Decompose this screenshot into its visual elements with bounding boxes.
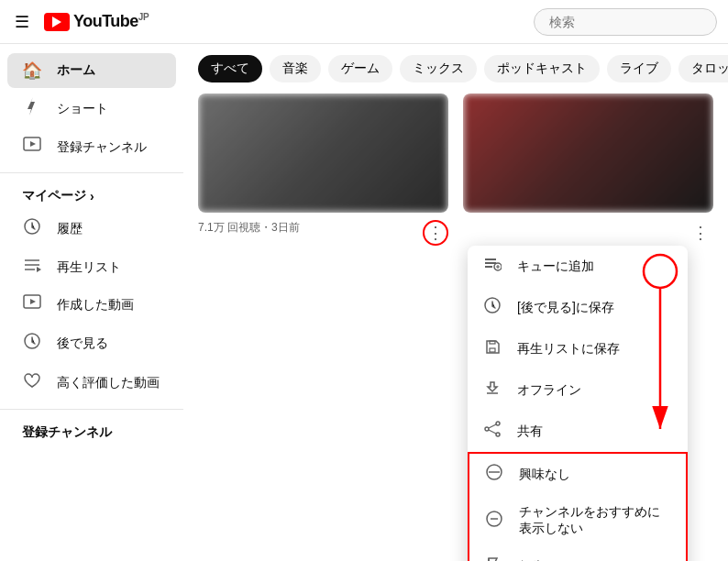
youtube-icon [44, 13, 70, 31]
svg-marker-1 [30, 141, 36, 147]
watch-later-icon [482, 296, 502, 319]
not-interested-icon [484, 463, 504, 486]
queue-icon [482, 255, 502, 278]
my-page-arrow: › [90, 189, 94, 204]
three-dot-button-2[interactable]: ⋮ [688, 220, 713, 246]
my-page-section-title[interactable]: マイページ › [0, 181, 183, 208]
menu-item-save-playlist[interactable]: 再生リストに保存 [468, 328, 688, 369]
no-channel-icon [484, 510, 504, 533]
menu-highlighted-group: 興味なし チャンネルをおすすめに表示しない 報告 [468, 452, 688, 561]
liked-icon [22, 371, 42, 394]
svg-point-20 [496, 422, 500, 425]
three-dot-button-1[interactable]: ⋮ [423, 220, 448, 246]
sidebar-divider-2 [0, 409, 183, 410]
subscriptions-icon [22, 137, 42, 158]
chip-music[interactable]: 音楽 [270, 55, 321, 82]
chip-mix[interactable]: ミックス [400, 55, 477, 82]
menu-item-report[interactable]: 報告 [469, 546, 686, 561]
menu-item-save-playlist-label: 再生リストに保存 [517, 341, 673, 358]
video-thumb-1[interactable] [198, 94, 448, 213]
playlist-icon [22, 257, 42, 278]
video-card-2: ⋮ [463, 94, 713, 253]
menu-item-watch-later-label: [後で見る]に保存 [517, 300, 673, 316]
chip-tarot[interactable]: タロット [678, 55, 728, 82]
sidebar-item-label: 再生リスト [57, 259, 121, 276]
sidebar-item-playlist[interactable]: 再生リスト [7, 249, 176, 285]
menu-item-share-label: 共有 [517, 424, 673, 440]
main-container: 🏠 ホーム ショート 登録チャンネル マイページ › 履歴 [0, 44, 728, 561]
svg-marker-6 [37, 267, 41, 272]
chip-live[interactable]: ライブ [607, 55, 671, 82]
subscriptions-title: 登録チャンネル [22, 424, 112, 441]
sidebar-item-label: ショート [57, 101, 108, 117]
logo-name: YouTube [73, 12, 138, 30]
logo-jp: JP [138, 12, 149, 22]
svg-rect-17 [490, 348, 495, 352]
menu-item-queue[interactable]: キューに追加 [468, 246, 688, 287]
sidebar-item-my-videos[interactable]: 作成した動画 [7, 287, 176, 323]
chip-games[interactable]: ゲーム [328, 55, 392, 82]
sidebar-item-history[interactable]: 履歴 [7, 210, 176, 248]
svg-rect-11 [485, 262, 496, 264]
video-stats-1: 7.1万 回視聴・3日前 [198, 220, 415, 236]
watch-later-icon [22, 332, 42, 355]
sidebar-item-label: 履歴 [57, 221, 83, 237]
search-box[interactable] [534, 8, 717, 36]
menu-item-not-interested-label: 興味なし [519, 467, 671, 483]
context-menu: キューに追加 [後で見る]に保存 再生リストに保存 オフライン [468, 246, 688, 561]
report-icon [484, 556, 504, 561]
svg-line-24 [489, 430, 496, 434]
offline-icon [482, 379, 502, 402]
logo[interactable]: YouTubeJP [44, 12, 149, 31]
menu-item-not-interested[interactable]: 興味なし [469, 454, 686, 495]
svg-point-22 [496, 433, 500, 436]
svg-point-21 [485, 427, 489, 431]
svg-rect-10 [485, 258, 496, 260]
filter-bar: すべて 音楽 ゲーム ミックス ポッドキャスト ライブ タロット [183, 44, 728, 94]
menu-item-watch-later[interactable]: [後で見る]に保存 [468, 287, 688, 328]
menu-item-share[interactable]: 共有 [468, 411, 688, 452]
header: ☰ YouTubeJP [0, 0, 728, 44]
search-input[interactable] [549, 15, 687, 29]
video-meta-1: 7.1万 回視聴・3日前 [198, 220, 415, 246]
sidebar-item-liked[interactable]: 高く評価した動画 [7, 364, 176, 402]
sidebar-divider-1 [0, 172, 183, 173]
svg-line-23 [489, 424, 496, 428]
video-thumb-2[interactable] [463, 94, 713, 213]
header-left: ☰ YouTubeJP [11, 8, 194, 36]
svg-rect-18 [490, 341, 495, 344]
share-icon [482, 420, 502, 443]
menu-item-queue-label: キューに追加 [517, 258, 673, 275]
content-area: すべて 音楽 ゲーム ミックス ポッドキャスト ライブ タロット 7.1万 回視… [183, 44, 728, 561]
sidebar-item-label: 後で見る [57, 336, 108, 352]
menu-item-no-channel[interactable]: チャンネルをおすすめに表示しない [469, 495, 686, 546]
sidebar-item-shorts[interactable]: ショート [7, 90, 176, 127]
menu-item-offline-label: オフライン [517, 382, 673, 399]
sidebar-item-subscriptions[interactable]: 登録チャンネル [7, 129, 176, 165]
video-card-1: 7.1万 回視聴・3日前 ⋮ [198, 94, 448, 253]
sidebar-item-label: 作成した動画 [57, 297, 134, 314]
my-page-title: マイページ [22, 188, 86, 204]
three-dot-container-1: ⋮ [423, 220, 448, 246]
sidebar-item-home[interactable]: 🏠 ホーム [7, 53, 176, 88]
video-info-1: 7.1万 回視聴・3日前 ⋮ [198, 213, 448, 253]
header-right [534, 8, 717, 36]
logo-text: YouTubeJP [73, 12, 149, 31]
svg-marker-8 [30, 299, 36, 304]
sidebar: 🏠 ホーム ショート 登録チャンネル マイページ › 履歴 [0, 44, 183, 561]
chip-podcast[interactable]: ポッドキャスト [484, 55, 600, 82]
sidebar-item-label: ホーム [57, 62, 95, 79]
sidebar-item-label: 登録チャンネル [57, 139, 147, 156]
chip-all[interactable]: すべて [198, 55, 262, 82]
video-meta-2 [463, 220, 680, 246]
history-icon [22, 217, 42, 240]
shorts-icon [22, 97, 42, 120]
home-icon: 🏠 [22, 60, 42, 81]
sidebar-item-label: 高く評価した動画 [57, 375, 160, 391]
video-grid: 7.1万 回視聴・3日前 ⋮ ⋮ [183, 94, 728, 253]
menu-button[interactable]: ☰ [11, 8, 33, 36]
my-videos-icon [22, 294, 42, 315]
sidebar-item-watch-later[interactable]: 後で見る [7, 324, 176, 362]
thumb-image-1 [198, 94, 448, 213]
menu-item-offline[interactable]: オフライン [468, 369, 688, 411]
